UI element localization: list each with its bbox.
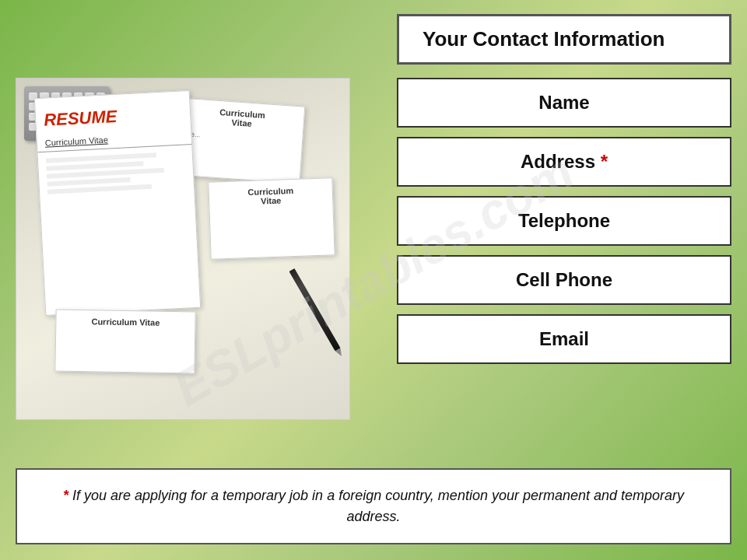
cv-card-3: Curriculum Vitae [54, 309, 195, 373]
resume-main-paper: RESUME Curriculum Vitae [34, 90, 201, 316]
cv-card-1: CurriculumVitae Re... [176, 98, 306, 184]
pen-image [289, 268, 342, 352]
field-name-label: Name [538, 92, 589, 113]
field-cellphone-label: Cell Phone [516, 269, 612, 290]
note-asterisk: * [63, 488, 68, 503]
note-box: * If you are applying for a temporary jo… [16, 468, 731, 544]
cv-card-2: CurriculumVitae [208, 177, 335, 260]
field-telephone-label: Telephone [518, 210, 610, 231]
field-telephone: Telephone [397, 196, 731, 246]
page-title: Your Contact Information [423, 27, 665, 51]
field-address: Address * [397, 137, 731, 187]
resume-image-area: CurriculumVitae Re... CurriculumVitae RE… [16, 78, 350, 420]
field-email: Email [397, 314, 731, 364]
field-email-label: Email [539, 328, 589, 349]
resume-background: CurriculumVitae Re... CurriculumVitae RE… [16, 79, 349, 419]
field-name: Name [397, 78, 731, 128]
address-asterisk: * [601, 151, 608, 172]
title-box: Your Contact Information [397, 14, 731, 65]
cv-label-3: Curriculum Vitae [56, 310, 195, 334]
cv-label-2: CurriculumVitae [209, 178, 332, 213]
slide-container: Your Contact Information CurriculumVitae… [0, 0, 747, 560]
field-address-label: Address * [521, 151, 608, 172]
field-cellphone: Cell Phone [397, 255, 731, 305]
note-text: * If you are applying for a temporary jo… [40, 485, 707, 527]
form-fields: Name Address * Telephone Cell Phone Emai… [397, 78, 731, 364]
